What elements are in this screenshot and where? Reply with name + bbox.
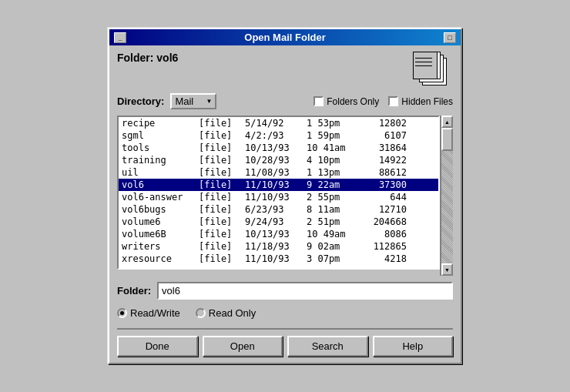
file-date: 10/28/93: [245, 155, 307, 166]
hidden-files-checkbox[interactable]: Hidden Files: [388, 96, 453, 107]
file-date: 9/24/93: [245, 216, 307, 227]
directory-dropdown[interactable]: Mail ▼: [170, 93, 216, 109]
file-type: [file]: [199, 142, 245, 153]
file-name: volume6: [122, 216, 199, 227]
file-date: 4/2:/93: [245, 130, 307, 141]
file-type: [file]: [199, 241, 245, 252]
file-type: [file]: [199, 192, 245, 203]
table-row[interactable]: volume6 [file] 9/24/93 2 51pm 204668: [119, 216, 438, 228]
table-row[interactable]: training [file] 10/28/93 4 10pm 14922: [119, 154, 438, 166]
file-type: [file]: [199, 253, 245, 264]
folder-icon: [413, 52, 453, 87]
file-time: 1 59pm: [307, 130, 360, 141]
file-name: vol6bugs: [122, 204, 199, 215]
folder-input-label: Folder:: [117, 285, 151, 297]
file-type: [file]: [199, 118, 245, 129]
table-row[interactable]: vol6-answer [file] 11/10/93 2 55pm 644: [119, 191, 438, 203]
file-date: 5/14/92: [245, 118, 307, 129]
help-button[interactable]: Help: [373, 336, 454, 357]
file-time: 9 02am: [307, 241, 360, 252]
open-mail-folder-dialog: _ Open Mail Folder □ Folder: vol6: [108, 28, 462, 364]
scroll-up-button[interactable]: ▲: [441, 116, 453, 128]
file-name: sgml: [122, 130, 199, 141]
table-row[interactable]: xresource [file] 11/10/93 3 07pm 4218: [119, 253, 438, 265]
folder-input[interactable]: [157, 282, 453, 300]
file-date: 6/23/93: [245, 204, 307, 215]
file-size: 644: [360, 192, 407, 203]
file-size: 4218: [360, 253, 407, 264]
scroll-thumb[interactable]: [441, 128, 453, 151]
file-name: recipe: [122, 118, 199, 129]
file-size: 88612: [360, 167, 407, 178]
read-write-radio[interactable]: Read/Write: [117, 307, 180, 319]
read-only-radio-button[interactable]: [196, 308, 206, 318]
file-name: writers: [122, 241, 199, 252]
minimize-button[interactable]: _: [114, 32, 126, 43]
file-date: 10/13/93: [245, 142, 307, 153]
file-name: uil: [122, 167, 199, 178]
file-time: 2 51pm: [307, 216, 360, 227]
file-type: [file]: [199, 155, 245, 166]
table-row[interactable]: uil [file] 11/08/93 1 13pm 88612: [119, 166, 438, 179]
file-size: 37300: [360, 179, 407, 190]
file-name: vol6: [122, 179, 199, 190]
file-size: 6107: [360, 130, 407, 141]
file-type: [file]: [199, 229, 245, 240]
file-size: 112865: [360, 241, 407, 252]
folders-only-checkbox[interactable]: Folders Only: [314, 96, 379, 107]
file-time: 9 22am: [307, 179, 360, 190]
done-button[interactable]: Done: [117, 336, 198, 357]
title-bar: _ Open Mail Folder □: [109, 29, 461, 45]
dropdown-arrow-icon: ▼: [206, 98, 213, 105]
folder-input-row: Folder:: [117, 282, 453, 300]
open-button[interactable]: Open: [203, 336, 283, 357]
file-time: 10 49am: [307, 229, 360, 240]
table-row[interactable]: sgml [file] 4/2:/93 1 59pm 6107: [119, 129, 438, 142]
scroll-down-button[interactable]: ▼: [441, 263, 453, 276]
file-name: volume6B: [122, 229, 199, 240]
maximize-button[interactable]: □: [444, 32, 456, 43]
file-time: 2 55pm: [307, 192, 360, 203]
read-write-radio-button[interactable]: [117, 308, 127, 318]
file-size: 8086: [360, 229, 407, 240]
file-size: 31864: [360, 142, 407, 153]
file-time: 1 13pm: [307, 167, 360, 178]
file-name: training: [122, 155, 199, 166]
file-date: 11/10/93: [245, 192, 307, 203]
file-date: 11/18/93: [245, 241, 307, 252]
action-buttons: Done Open Search Help: [117, 328, 453, 357]
scroll-track: [441, 128, 453, 263]
table-row[interactable]: recipe [file] 5/14/92 1 53pm 12802: [119, 117, 438, 129]
file-size: 14922: [360, 155, 407, 166]
file-name: xresource: [122, 253, 199, 264]
file-date: 11/10/93: [245, 253, 307, 264]
table-row[interactable]: writers [file] 11/18/93 9 02am 112865: [119, 240, 438, 253]
table-row[interactable]: vol6bugs [file] 6/23/93 8 11am 12710: [119, 203, 438, 216]
directory-label: Directory:: [117, 95, 164, 107]
file-type: [file]: [199, 130, 245, 141]
file-list: recipe [file] 5/14/92 1 53pm 12802 sgml …: [117, 116, 440, 270]
access-mode-radios: Read/Write Read Only: [117, 307, 453, 319]
file-type: [file]: [199, 204, 245, 215]
file-date: 11/08/93: [245, 167, 307, 178]
file-size: 12802: [360, 118, 407, 129]
search-button[interactable]: Search: [287, 336, 368, 357]
file-time: 8 11am: [307, 204, 360, 215]
table-row[interactable]: tools [file] 10/13/93 10 41am 31864: [119, 142, 438, 154]
window-title: Open Mail Folder: [244, 32, 325, 43]
file-time: 3 07pm: [307, 253, 360, 264]
table-row[interactable]: volume6B [file] 10/13/93 10 49am 8086: [119, 228, 438, 240]
file-time: 10 41am: [307, 142, 360, 153]
file-type: [file]: [199, 179, 245, 190]
table-row[interactable]: vol6 [file] 11/10/93 9 22am 37300: [119, 179, 438, 191]
file-time: 4 10pm: [307, 155, 360, 166]
file-time: 1 53pm: [307, 118, 360, 129]
read-only-radio[interactable]: Read Only: [196, 307, 256, 319]
file-date: 10/13/93: [245, 229, 307, 240]
file-name: tools: [122, 142, 199, 153]
file-type: [file]: [199, 167, 245, 178]
file-size: 12710: [360, 204, 407, 215]
file-name: vol6-answer: [122, 192, 199, 203]
scrollbar[interactable]: ▲ ▼: [440, 116, 453, 276]
file-size: 204668: [360, 216, 407, 227]
